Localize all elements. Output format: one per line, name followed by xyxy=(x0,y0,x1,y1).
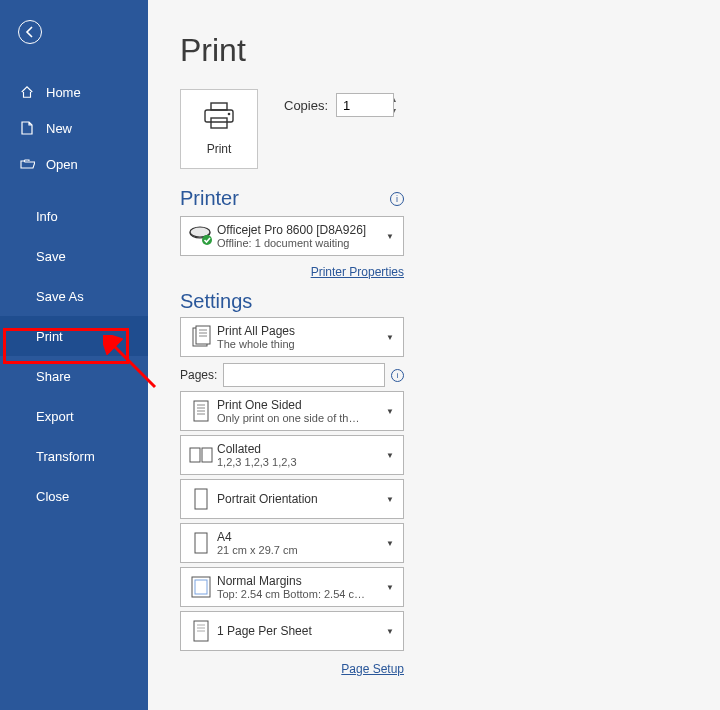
one-sided-icon xyxy=(187,399,215,423)
setting-orientation[interactable]: Portrait Orientation ▼ xyxy=(180,479,404,519)
sidebar-label: Print xyxy=(36,329,63,344)
sidebar-item-new[interactable]: New xyxy=(0,110,148,146)
sidebar-item-home[interactable]: Home xyxy=(0,74,148,110)
page-title: Print xyxy=(180,32,720,69)
print-pane: Print Print Copies: ▲ ▼ Printer i xyxy=(148,0,720,710)
sidebar-item-transform[interactable]: Transform xyxy=(0,436,148,476)
setting-paper-size[interactable]: A421 cm x 29.7 cm ▼ xyxy=(180,523,404,563)
pages-input[interactable] xyxy=(223,363,385,387)
backstage-sidebar: Home New Open Info Save Save As Print Sh… xyxy=(0,0,148,710)
new-doc-icon xyxy=(18,121,36,135)
chevron-down-icon: ▼ xyxy=(383,232,397,241)
pages-icon xyxy=(187,325,215,349)
pages-info-icon[interactable]: i xyxy=(391,369,404,382)
sidebar-label: Open xyxy=(46,157,78,172)
sidebar-label: Save As xyxy=(36,289,84,304)
chevron-down-icon: ▼ xyxy=(383,451,397,460)
setting-pages-per-sheet[interactable]: 1 Page Per Sheet ▼ xyxy=(180,611,404,651)
margins-icon xyxy=(187,576,215,598)
sidebar-label: Home xyxy=(46,85,81,100)
chevron-down-icon: ▼ xyxy=(383,583,397,592)
svg-rect-17 xyxy=(190,448,200,462)
portrait-icon xyxy=(187,488,215,510)
printer-properties-link[interactable]: Printer Properties xyxy=(311,265,404,279)
printer-heading: Printer xyxy=(180,187,239,210)
collated-icon xyxy=(187,446,215,464)
sidebar-item-share[interactable]: Share xyxy=(0,356,148,396)
setting-sides[interactable]: Print One SidedOnly print on one side of… xyxy=(180,391,404,431)
sidebar-label: Export xyxy=(36,409,74,424)
sidebar-label: Save xyxy=(36,249,66,264)
sidebar-label: Info xyxy=(36,209,58,224)
home-icon xyxy=(18,85,36,99)
sidebar-label: New xyxy=(46,121,72,136)
pages-per-sheet-icon xyxy=(187,620,215,642)
chevron-down-icon: ▼ xyxy=(383,539,397,548)
sidebar-item-info[interactable]: Info xyxy=(0,196,148,236)
sidebar-item-print[interactable]: Print xyxy=(0,316,148,356)
open-folder-icon xyxy=(18,158,36,170)
chevron-down-icon: ▼ xyxy=(383,407,397,416)
sidebar-item-save[interactable]: Save xyxy=(0,236,148,276)
page-setup-link[interactable]: Page Setup xyxy=(341,662,404,676)
svg-rect-18 xyxy=(202,448,212,462)
svg-rect-19 xyxy=(195,489,207,509)
sidebar-label: Share xyxy=(36,369,71,384)
print-button[interactable]: Print xyxy=(180,89,258,169)
svg-rect-8 xyxy=(196,326,210,344)
sidebar-item-close[interactable]: Close xyxy=(0,476,148,516)
svg-point-6 xyxy=(202,235,212,245)
sidebar-item-open[interactable]: Open xyxy=(0,146,148,182)
pages-label: Pages: xyxy=(180,368,217,382)
svg-rect-1 xyxy=(205,110,233,122)
printer-info-icon[interactable]: i xyxy=(390,192,404,206)
sidebar-item-save-as[interactable]: Save As xyxy=(0,276,148,316)
copies-input[interactable] xyxy=(336,93,394,117)
page-size-icon xyxy=(187,532,215,554)
sidebar-label: Transform xyxy=(36,449,95,464)
chevron-down-icon: ▼ xyxy=(383,627,397,636)
svg-rect-0 xyxy=(211,103,227,110)
printer-dropdown[interactable]: Officejet Pro 8600 [D8A926] Offline: 1 d… xyxy=(180,216,404,256)
printer-icon xyxy=(202,102,236,134)
setting-print-range[interactable]: Print All PagesThe whole thing ▼ xyxy=(180,317,404,357)
sidebar-item-export[interactable]: Export xyxy=(0,396,148,436)
setting-margins[interactable]: Normal MarginsTop: 2.54 cm Bottom: 2.54 … xyxy=(180,567,404,607)
svg-point-3 xyxy=(228,113,231,116)
svg-rect-20 xyxy=(195,533,207,553)
copies-label: Copies: xyxy=(284,98,328,113)
chevron-down-icon: ▼ xyxy=(383,495,397,504)
printer-status: Offline: 1 document waiting xyxy=(217,237,383,249)
printer-name: Officejet Pro 8600 [D8A926] xyxy=(217,223,383,237)
setting-collation[interactable]: Collated1,2,3 1,2,3 1,2,3 ▼ xyxy=(180,435,404,475)
svg-rect-2 xyxy=(211,118,227,128)
back-button[interactable] xyxy=(18,20,42,44)
settings-heading: Settings xyxy=(180,290,252,313)
chevron-down-icon: ▼ xyxy=(383,333,397,342)
sidebar-label: Close xyxy=(36,489,69,504)
printer-status-icon xyxy=(187,225,215,247)
print-button-label: Print xyxy=(207,142,232,156)
